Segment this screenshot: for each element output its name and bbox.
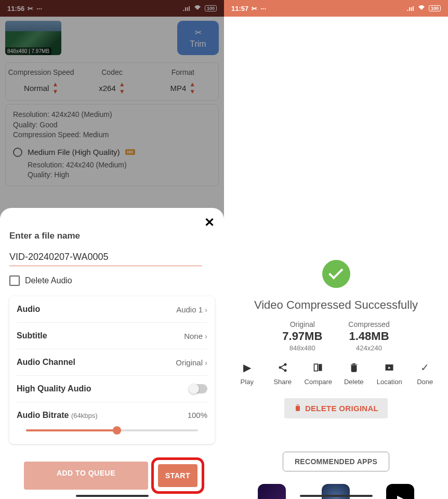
bitrate-row: Audio Bitrate (64kbps) 100% [17,402,207,444]
delete-original-button[interactable]: DELETE ORIGINAL [284,398,388,418]
share-icon [276,361,289,374]
battery-icon: 100 [429,5,441,11]
success-content: Video Compressed Successfully Original 7… [224,17,448,499]
size-comparison: Original 7.97MB 848x480 Compressed 1.48M… [224,320,448,352]
status-bar: 11:57 ✂ ··· .ııl 100 [224,0,448,17]
signal-icon: .ııl [407,5,414,12]
svg-rect-3 [314,364,318,371]
recommended-app-3[interactable]: ▶ [386,484,414,499]
home-indicator[interactable] [76,495,149,497]
recommended-app-1[interactable] [258,484,286,499]
close-icon[interactable]: ✕ [204,215,215,230]
play-icon: ▶ [241,361,253,374]
action-row: ▶Play Share Compare Delete Location ✓Don… [224,361,448,386]
svg-rect-4 [319,364,322,371]
chevron-right-icon: › [205,305,207,314]
bitrate-slider[interactable] [26,429,198,431]
share-button[interactable]: Share [265,361,301,386]
chevron-right-icon: › [205,358,207,367]
success-check-icon [322,260,350,288]
svg-point-1 [279,366,281,369]
success-title: Video Compressed Successfully [224,298,448,312]
home-indicator[interactable] [300,495,373,497]
svg-point-0 [284,363,286,366]
check-icon: ✓ [419,361,431,374]
hq-audio-row: High Quality Audio [17,376,207,402]
play-button[interactable]: ▶Play [229,361,265,386]
compressed-col: Compressed 1.48MB 424x240 [348,320,389,352]
start-button[interactable]: START [158,464,197,487]
start-highlight-box: START [151,457,204,494]
checkbox-icon [9,275,20,286]
location-button[interactable]: Location [372,361,407,386]
status-icon: ✂ [252,5,257,12]
delete-button[interactable]: Delete [336,361,372,386]
hq-audio-toggle[interactable] [190,384,207,393]
slider-thumb [113,426,121,435]
compare-icon [312,361,324,374]
trash-icon [294,403,302,413]
svg-point-2 [284,369,286,372]
recommended-apps-button[interactable]: RECOMMENDED APPS [283,452,389,471]
compare-button[interactable]: Compare [300,361,336,386]
add-to-queue-button[interactable]: ADD TO QUEUE [24,462,148,490]
channel-row[interactable]: Audio Channel Original› [17,349,207,376]
audio-row[interactable]: Audio Audio 1› [17,296,207,323]
audio-settings-card: Audio Audio 1› Subtitle None› Audio Chan… [9,296,215,444]
success-screen: 11:57 ✂ ··· .ııl 100 Video Compressed Su… [224,0,448,499]
sheet-title: Enter a file name [9,231,215,241]
filename-sheet: ✕ Enter a file name Delete Audio Audio A… [0,208,224,499]
chevron-right-icon: › [205,332,207,340]
delete-audio-checkbox[interactable]: Delete Audio [9,275,215,286]
status-time: 11:57 [231,5,248,12]
folder-icon [383,361,396,374]
compress-config-screen: 11:56 ✂ ··· .ııl 100 848x480 | 7.97MB ✂ … [0,0,224,499]
filename-input[interactable] [9,248,202,266]
subtitle-row[interactable]: Subtitle None› [17,323,207,349]
wifi-icon [417,5,426,12]
trash-icon [348,361,360,374]
original-col: Original 7.97MB 848x480 [282,320,322,352]
done-button[interactable]: ✓Done [407,361,443,386]
status-more-icon: ··· [260,5,266,12]
action-buttons: ADD TO QUEUE START [9,462,215,490]
